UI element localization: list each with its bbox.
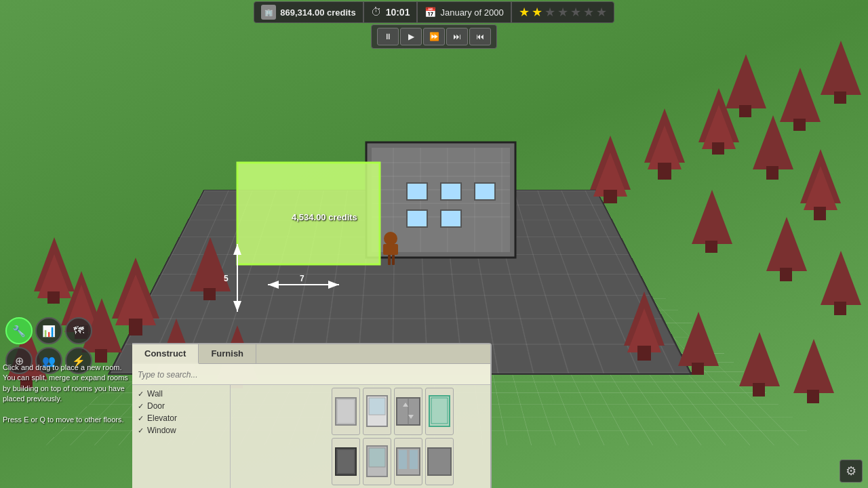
time-display: 10:01 xyxy=(386,7,410,18)
svg-marker-48 xyxy=(821,41,861,95)
help-text-content: Click and drag to place a new room. You … xyxy=(3,363,135,405)
tab-construct[interactable]: Construct xyxy=(132,344,199,364)
window-label: Window xyxy=(147,426,176,435)
svg-rect-43 xyxy=(807,390,819,403)
help-text-panel: Click and drag to place a new room. You … xyxy=(3,363,135,425)
check-wall[interactable]: ✓ Wall xyxy=(138,388,224,400)
panel-content: ✓ Wall ✓ Door ✓ Elevator ✓ Window xyxy=(132,385,490,488)
item-glass-door[interactable] xyxy=(425,388,454,435)
svg-rect-34 xyxy=(834,302,846,315)
fast-forward-button[interactable]: ⏩ xyxy=(423,28,445,45)
svg-marker-42 xyxy=(793,339,834,393)
clock-icon: ⏱ xyxy=(371,6,382,18)
door-label: Door xyxy=(147,401,165,411)
glass-door-item-icon xyxy=(426,394,453,428)
svg-marker-24 xyxy=(753,115,793,169)
rating-section: ★ ★ ★ ★ ★ ★ ★ xyxy=(511,1,614,23)
door-alt-item-icon xyxy=(363,445,391,479)
svg-marker-33 xyxy=(821,251,861,305)
help-text-floors: Press E or Q to move to other floors. xyxy=(3,415,135,425)
svg-marker-31 xyxy=(766,217,807,271)
wall-dark-item-icon xyxy=(332,445,359,479)
calendar-icon: 📅 xyxy=(425,7,436,18)
svg-marker-22 xyxy=(702,105,736,149)
checklist: ✓ Wall ✓ Door ✓ Elevator ✓ Window xyxy=(132,385,231,488)
elevator-checkmark: ✓ xyxy=(138,414,144,423)
svg-marker-21 xyxy=(698,88,739,142)
svg-marker-46 xyxy=(780,68,821,122)
star-7: ★ xyxy=(596,5,607,20)
sidebar-map-icon[interactable]: 🗺 xyxy=(65,317,92,344)
svg-marker-18 xyxy=(644,108,685,163)
sidebar-build-icon[interactable]: 🔧 xyxy=(5,317,33,344)
settings-button[interactable]: ⚙ xyxy=(840,460,863,483)
credits-display: 869,314.00 credits xyxy=(280,7,355,18)
star-4: ★ xyxy=(557,5,568,20)
credits-section: 🏢 869,314.00 credits xyxy=(254,1,363,23)
faster-button[interactable]: ⏭ xyxy=(446,28,468,45)
date-section: 📅 January of 2000 xyxy=(417,1,511,23)
star-1: ★ xyxy=(519,5,530,20)
svg-rect-49 xyxy=(834,92,846,104)
play-button[interactable]: ▶ xyxy=(400,28,422,45)
panel-tabs: Construct Furnish xyxy=(132,344,490,364)
svg-rect-98 xyxy=(399,450,407,469)
check-window[interactable]: ✓ Window xyxy=(138,424,224,436)
svg-rect-45 xyxy=(739,105,751,117)
items-grid xyxy=(329,385,456,488)
pause-button[interactable]: ⏸ xyxy=(377,28,399,45)
svg-marker-27 xyxy=(804,166,837,210)
svg-rect-8 xyxy=(47,291,60,304)
door-item-icon xyxy=(363,394,391,428)
building-icon: 🏢 xyxy=(261,5,276,20)
wall-checkmark: ✓ xyxy=(138,390,144,399)
item-elevator[interactable] xyxy=(394,388,422,435)
svg-rect-47 xyxy=(793,119,806,131)
svg-marker-26 xyxy=(800,149,841,203)
elevator-alt-item-icon xyxy=(395,445,422,479)
item-elevator-alt[interactable] xyxy=(394,438,422,485)
svg-marker-29 xyxy=(692,190,732,244)
window-checkmark: ✓ xyxy=(138,426,144,435)
item-wall-dark[interactable] xyxy=(332,438,360,485)
checklist-area: ✓ Wall ✓ Door ✓ Elevator ✓ Window xyxy=(132,385,490,488)
sidebar-chart-icon[interactable]: 📊 xyxy=(35,317,62,344)
check-elevator[interactable]: ✓ Elevator xyxy=(138,412,224,424)
svg-rect-20 xyxy=(658,163,671,180)
svg-marker-15 xyxy=(590,136,631,190)
gear-icon: ⚙ xyxy=(846,464,856,479)
svg-marker-19 xyxy=(648,125,682,169)
svg-rect-25 xyxy=(766,166,778,180)
star-6: ★ xyxy=(583,5,594,20)
item-partial[interactable] xyxy=(425,438,454,485)
wall-item-icon xyxy=(332,394,359,428)
svg-rect-17 xyxy=(604,190,617,203)
elevator-item-icon xyxy=(395,394,422,428)
bottom-panel: Construct Furnish ✓ Wall ✓ Door ✓ Elevat… xyxy=(132,343,492,488)
item-door-alt[interactable] xyxy=(363,438,391,485)
svg-rect-28 xyxy=(814,207,826,220)
svg-marker-44 xyxy=(726,54,766,108)
time-section: ⏱ 10:01 xyxy=(363,1,418,23)
star-2: ★ xyxy=(532,5,542,20)
svg-rect-86 xyxy=(369,398,385,415)
date-display: January of 2000 xyxy=(440,7,503,18)
svg-rect-100 xyxy=(428,448,451,475)
search-bar xyxy=(132,364,490,385)
sidebar-row-1: 🔧 📊 🗺 xyxy=(5,317,92,344)
svg-rect-99 xyxy=(410,450,418,469)
door-checkmark: ✓ xyxy=(138,402,144,411)
item-door[interactable] xyxy=(363,388,391,435)
search-input[interactable] xyxy=(138,370,485,380)
item-wall[interactable] xyxy=(332,388,360,435)
skip-button[interactable]: ⏮ xyxy=(469,28,491,45)
svg-rect-92 xyxy=(431,398,448,424)
svg-rect-94 xyxy=(338,450,354,473)
check-door[interactable]: ✓ Door xyxy=(138,400,224,412)
wall-label: Wall xyxy=(147,389,163,399)
svg-rect-30 xyxy=(705,241,717,253)
svg-marker-7 xyxy=(37,254,71,298)
svg-marker-6 xyxy=(34,237,75,291)
elevator-label: Elevator xyxy=(147,413,177,423)
tab-furnish[interactable]: Furnish xyxy=(199,344,256,363)
